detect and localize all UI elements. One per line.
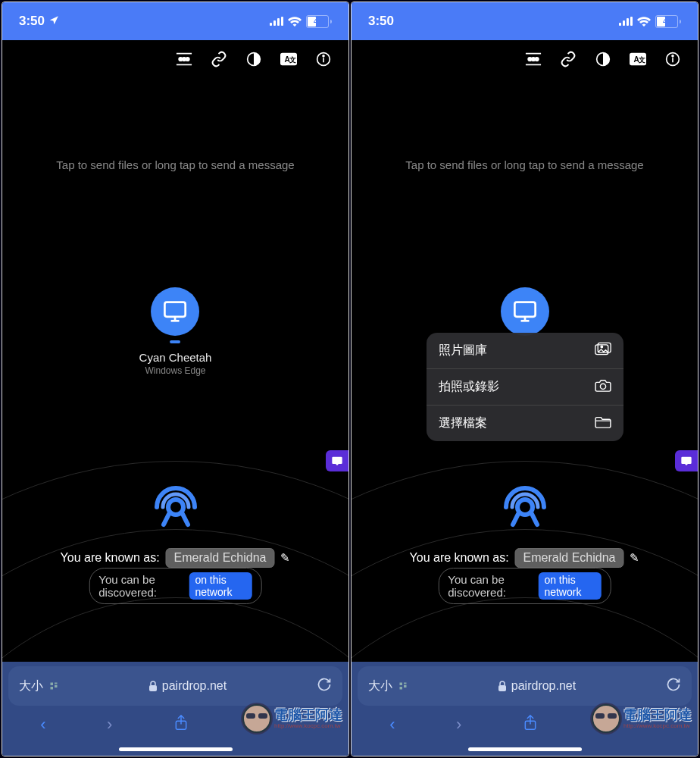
contrast-icon[interactable] <box>595 51 611 67</box>
svg-rect-0 <box>270 23 272 26</box>
peer-subtitle: Windows Edge <box>145 365 205 376</box>
reload-icon[interactable] <box>317 677 332 695</box>
discovery-prefix: You can be discovered: <box>448 573 532 599</box>
identity-row: You are known as: Emerald Echidna ✎ <box>352 548 698 568</box>
svg-rect-16 <box>165 302 186 317</box>
url-bar[interactable]: 大小 pairdrop.net <box>8 666 342 706</box>
home-indicator[interactable] <box>468 747 582 751</box>
svg-point-46 <box>600 384 605 389</box>
gallery-icon <box>595 342 611 359</box>
peer-avatar <box>152 287 200 336</box>
status-right: 41 <box>619 15 681 28</box>
link-icon[interactable] <box>211 51 227 67</box>
clock: 3:50 <box>368 14 394 29</box>
lock-icon <box>148 681 158 691</box>
svg-rect-40 <box>514 302 535 317</box>
desktop-icon <box>512 300 538 323</box>
edit-name-icon[interactable]: ✎ <box>630 551 639 565</box>
contrast-icon[interactable] <box>245 51 262 67</box>
battery-icon: 41 <box>306 15 332 28</box>
svg-text:文: 文 <box>638 56 645 64</box>
forward-icon: › <box>107 715 112 735</box>
app-toolbar: A文 <box>352 40 698 75</box>
svg-rect-51 <box>498 685 506 691</box>
wifi-icon <box>637 17 651 27</box>
instruction-text: Tap to send files or long tap to send a … <box>352 75 698 171</box>
share-icon[interactable] <box>173 714 189 735</box>
discovery-row[interactable]: You can be discovered: on this network <box>438 568 611 604</box>
svg-point-15 <box>323 55 324 57</box>
wifi-icon <box>288 17 302 27</box>
sheet-option-choose-file[interactable]: 選擇檔案 <box>427 406 623 441</box>
info-icon[interactable] <box>315 51 332 67</box>
sheet-label: 拍照或錄影 <box>439 379 499 395</box>
reload-icon[interactable] <box>666 677 681 695</box>
identity-name[interactable]: Emerald Echidna <box>166 548 275 568</box>
battery-icon: 41 <box>655 15 681 28</box>
translate-icon[interactable]: A文 <box>630 51 646 67</box>
svg-rect-24 <box>619 23 621 26</box>
signal-icon <box>619 17 633 26</box>
peer-device[interactable] <box>501 287 549 336</box>
sheet-label: 選擇檔案 <box>439 415 487 431</box>
forward-icon: › <box>456 715 461 735</box>
phone-right: 3:50 41 A文 Tap to send files or long tap… <box>351 2 698 756</box>
svg-rect-22 <box>149 685 157 691</box>
identity-name[interactable]: Emerald Echidna <box>515 548 624 568</box>
desktop-icon <box>163 300 189 323</box>
discovery-network: on this network <box>189 572 252 600</box>
home-indicator[interactable] <box>119 747 233 751</box>
url-bar[interactable]: 大小 pairdrop.net <box>358 666 692 706</box>
back-icon[interactable]: ‹ <box>40 715 45 735</box>
aa-button[interactable]: 大小 <box>368 678 408 694</box>
group-icon[interactable] <box>525 51 542 67</box>
browser-chrome: 大小 pairdrop.net ‹ › 電腦王阿達http://www.kocp… <box>352 662 698 756</box>
status-right: 41 <box>270 15 332 28</box>
share-icon[interactable] <box>523 714 538 735</box>
svg-rect-27 <box>630 17 633 26</box>
discovery-row[interactable]: You can be discovered: on this network <box>89 568 262 604</box>
content-area: Tap to send files or long tap to send a … <box>2 75 348 636</box>
watermark: 電腦王阿達http://www.kocpc.com.tw <box>592 704 692 733</box>
peer-device[interactable]: Cyan Cheetah Windows Edge <box>139 287 212 376</box>
svg-rect-1 <box>273 20 276 26</box>
svg-rect-25 <box>623 20 625 26</box>
instruction-text: Tap to send files or long tap to send a … <box>2 75 348 171</box>
content-area: Tap to send files or long tap to send a … <box>352 75 698 636</box>
app-toolbar: A文 <box>2 40 348 75</box>
camera-icon <box>595 378 611 396</box>
peer-name: Cyan Cheetah <box>139 351 212 364</box>
group-icon[interactable] <box>176 51 192 67</box>
side-tag[interactable] <box>675 450 698 471</box>
discovery-prefix: You can be discovered: <box>98 573 183 599</box>
edit-name-icon[interactable]: ✎ <box>280 551 290 565</box>
sheet-label: 照片圖庫 <box>439 343 487 359</box>
svg-point-45 <box>601 346 603 348</box>
clock: 3:50 <box>19 14 59 29</box>
back-icon[interactable]: ‹ <box>389 715 395 735</box>
lock-icon <box>498 681 507 691</box>
sheet-option-photo-library[interactable]: 照片圖庫 <box>427 333 623 369</box>
aa-button[interactable]: 大小 <box>19 678 58 694</box>
svg-text:文: 文 <box>289 56 296 64</box>
screenshot-pair: 3:50 41 A文 Tap to send files or long tap… <box>0 0 700 758</box>
svg-point-32 <box>535 58 539 61</box>
identity-prefix: You are known as: <box>410 551 509 565</box>
peer-avatar <box>501 287 549 336</box>
svg-rect-3 <box>281 17 283 26</box>
discovery-network: on this network <box>538 572 601 600</box>
side-tag[interactable] <box>326 450 348 471</box>
info-icon[interactable] <box>664 51 681 67</box>
svg-point-8 <box>186 58 189 61</box>
file-picker-sheet: 照片圖庫 拍照或錄影 選擇檔案 <box>427 333 623 441</box>
status-bar: 3:50 41 <box>352 2 698 40</box>
identity-prefix: You are known as: <box>61 551 160 565</box>
sheet-option-camera[interactable]: 拍照或錄影 <box>427 369 623 406</box>
svg-rect-2 <box>277 18 280 26</box>
pairdrop-logo <box>498 481 552 534</box>
translate-icon[interactable]: A文 <box>280 51 297 67</box>
svg-line-20 <box>164 514 169 525</box>
link-icon[interactable] <box>560 51 577 67</box>
status-bar: 3:50 41 <box>2 2 348 40</box>
svg-rect-26 <box>627 18 629 26</box>
